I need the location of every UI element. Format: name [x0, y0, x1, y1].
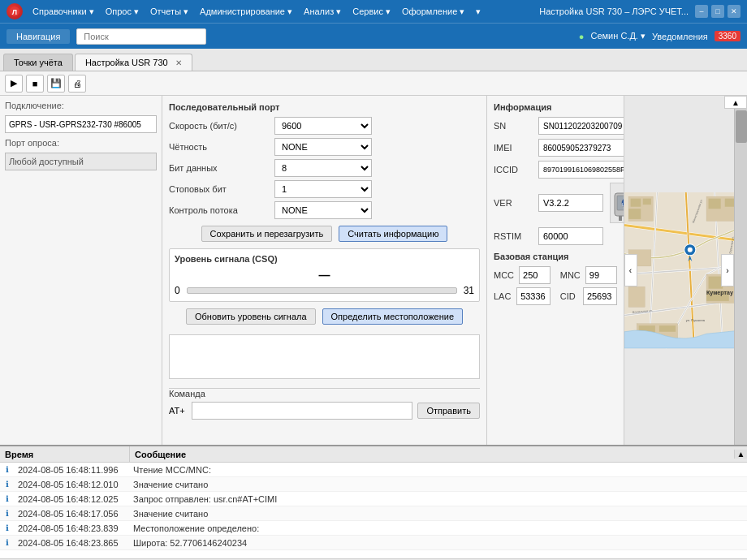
svg-rect-20: [628, 286, 645, 307]
menu-bar[interactable]: Справочники ▾ Опрос ▾ Отчеты ▾ Администр…: [28, 5, 486, 19]
port-label: Порт опроса:: [5, 138, 157, 148]
log-msg: Широта: 52.7706146240234: [130, 537, 747, 549]
log-icon: ℹ: [0, 494, 15, 503]
toolbar: ▶ ■ 💾 🖨: [0, 71, 747, 96]
read-info-button[interactable]: Считать информацию: [339, 226, 447, 242]
tab-bar: Точки учёта Настройка USR 730 ✕: [0, 49, 747, 71]
svg-text:Кумертау: Кумертау: [706, 290, 733, 296]
user-name[interactable]: Семин С.Д. ▾: [591, 31, 646, 41]
sn-label: SN: [494, 121, 538, 131]
menu-admin[interactable]: Администрирование ▾: [195, 5, 297, 19]
log-col-time: Время: [0, 446, 130, 462]
log-icon: ℹ: [0, 538, 15, 547]
cid-value: 25693: [583, 287, 617, 305]
menu-references[interactable]: Справочники ▾: [28, 5, 99, 19]
action-buttons: Сохранить и перезагрузить Считать информ…: [169, 226, 480, 242]
menu-design[interactable]: Оформление ▾: [397, 5, 469, 19]
log-header: Время Сообщение ▲: [0, 446, 747, 463]
nav-bar: Навигация ● Семин С.Д. ▾ Уведомления 336…: [0, 23, 747, 49]
menu-service[interactable]: Сервис ▾: [348, 5, 395, 19]
main-area: Подключение: Порт опроса: Последовательн…: [0, 96, 747, 445]
save-button[interactable]: 💾: [47, 75, 65, 93]
map-scroll-thumb: [736, 110, 747, 143]
flowctrl-select[interactable]: NONE RTS/CTS: [274, 201, 372, 219]
play-button[interactable]: ▶: [5, 75, 23, 93]
svg-point-36: [687, 248, 692, 252]
parity-label: Чётность: [169, 142, 274, 152]
svg-rect-17: [708, 199, 720, 209]
map-area: ▲ ‹ ›: [624, 96, 748, 445]
lac-value: 53336: [516, 287, 551, 305]
imei-label: IMEI: [494, 143, 538, 153]
map-scroll-v[interactable]: [734, 109, 747, 445]
baud-select[interactable]: 9600 19200 38400: [274, 117, 372, 135]
save-restart-button[interactable]: Сохранить и перезагрузить: [201, 226, 333, 242]
log-msg: Значение считано: [130, 508, 747, 519]
databits-select[interactable]: 7 8: [274, 159, 372, 177]
tab-settings-label: Настройка USR 730: [85, 58, 168, 67]
note-area[interactable]: [169, 334, 480, 379]
iccid-label: ICCID: [494, 165, 538, 174]
log-time: 2024-08-05 16:48:12.010: [15, 479, 130, 490]
parity-row: Чётность NONE ODD EVEN: [169, 138, 480, 156]
log-section: Время Сообщение ▲ ℹ 2024-08-05 16:48:11.…: [0, 445, 747, 558]
tab-settings[interactable]: Настройка USR 730 ✕: [75, 54, 192, 71]
svg-text:Л: Л: [12, 8, 17, 16]
imei-row: IMEI 860059052379273: [494, 139, 617, 157]
print-button[interactable]: 🖨: [68, 75, 86, 93]
lac-cid-row: LAC 53336 CID 25693: [494, 287, 617, 305]
maximize-button[interactable]: □: [711, 5, 724, 18]
minimize-button[interactable]: –: [695, 5, 708, 18]
rstim-row: RSTIM 60000: [494, 227, 617, 245]
signal-max: 31: [464, 285, 474, 296]
cmd-send-button[interactable]: Отправить: [417, 403, 480, 419]
notifications-label[interactable]: Уведомления: [652, 32, 708, 41]
menu-reports[interactable]: Отчеты ▾: [145, 5, 193, 19]
notifications-badge[interactable]: 3360: [715, 31, 741, 41]
ver-row: VER V3.2.2 USR: [494, 183, 617, 223]
iccid-value: 89701991610698025​58F: [538, 161, 624, 179]
window-controls[interactable]: – □ ✕: [695, 5, 741, 18]
update-signal-button[interactable]: Обновить уровень сигнала: [186, 308, 316, 325]
info-map-row: Информация SN SN011202203200709 IMEI 860…: [487, 96, 747, 445]
close-button[interactable]: ✕: [728, 5, 741, 18]
tab-close-icon[interactable]: ✕: [175, 58, 182, 67]
svg-rect-9: [619, 216, 622, 221]
log-scroll-top[interactable]: ▲: [734, 450, 747, 459]
log-icon: ℹ: [0, 523, 15, 532]
sn-value: SN011202203200709: [538, 117, 624, 135]
rstim-label: RSTIM: [494, 231, 538, 241]
log-time: 2024-08-05 16:48:23.839: [15, 523, 130, 534]
log-row: ℹ 2024-08-05 16:48:12.010 Значение счита…: [0, 477, 747, 492]
search-input[interactable]: [76, 28, 206, 45]
log-icon: ℹ: [0, 480, 15, 489]
tab-points[interactable]: Точки учёта: [3, 54, 73, 71]
right-area: Информация SN SN011202203200709 IMEI 860…: [487, 96, 747, 445]
navigation-button[interactable]: Навигация: [6, 29, 70, 44]
databits-row: Бит данных 7 8: [169, 159, 480, 177]
locate-button[interactable]: Определить местоположение: [322, 308, 463, 325]
map-nav-left[interactable]: ‹: [624, 254, 637, 286]
menu-poll[interactable]: Опрос ▾: [101, 5, 144, 19]
log-time: 2024-08-05 16:48:12.025: [15, 493, 130, 505]
map-nav-right[interactable]: ›: [721, 254, 734, 286]
menu-more[interactable]: ▾: [471, 5, 486, 19]
log-col-msg: Сообщение: [130, 450, 734, 459]
parity-select[interactable]: NONE ODD EVEN: [274, 138, 372, 156]
signal-section: Уровень сигнала (CSQ) — 0 31: [169, 248, 480, 302]
cmd-input[interactable]: [192, 402, 413, 420]
databits-label: Бит данных: [169, 163, 274, 173]
app-logo: Л: [6, 3, 23, 19]
map-nav-top[interactable]: ▲: [724, 96, 747, 109]
serial-port-title: Последовательный порт: [169, 102, 480, 112]
port-select[interactable]: [5, 153, 157, 170]
stop-button[interactable]: ■: [26, 75, 44, 93]
svg-text:ул. Пушкина: ул. Пушкина: [685, 318, 705, 322]
connection-select[interactable]: [5, 115, 157, 133]
svg-rect-27: [658, 325, 675, 332]
menu-analysis[interactable]: Анализ ▾: [299, 5, 346, 19]
stopbits-select[interactable]: 1 2: [274, 180, 372, 198]
signal-title: Уровень сигнала (CSQ): [175, 254, 474, 264]
log-time: 2024-08-05 16:48:17.056: [15, 508, 130, 519]
baud-label: Скорость (бит/с): [169, 121, 274, 131]
